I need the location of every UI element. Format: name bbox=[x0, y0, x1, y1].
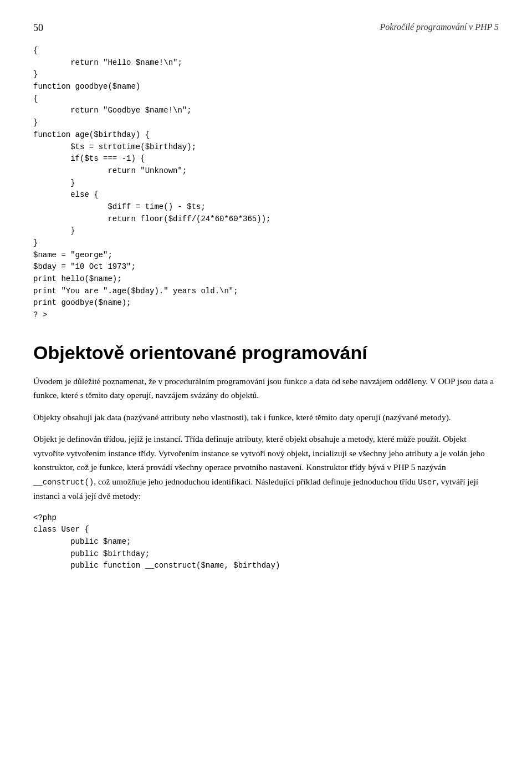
page-container: 50 Pokročilé programování v PHP 5 { retu… bbox=[33, 22, 499, 572]
page-number: 50 bbox=[33, 22, 43, 34]
book-title: Pokročilé programování v PHP 5 bbox=[380, 22, 499, 32]
section-heading: Objektově orientované programování bbox=[33, 341, 499, 364]
prose-para-1: Úvodem je důležité poznamenat, že v proc… bbox=[33, 374, 499, 402]
prose-section: Úvodem je důležité poznamenat, že v proc… bbox=[33, 374, 499, 503]
code-block-bottom: <?php class User { public $name; public … bbox=[33, 512, 499, 572]
page-header: 50 Pokročilé programování v PHP 5 bbox=[33, 22, 499, 34]
prose-para-3: Objekt je definován třídou, jejíž je ins… bbox=[33, 432, 499, 503]
prose-para-2: Objekty obsahují jak data (nazývané attr… bbox=[33, 410, 499, 425]
code-block-top: { return "Hello $name!\n"; } function go… bbox=[33, 45, 499, 322]
